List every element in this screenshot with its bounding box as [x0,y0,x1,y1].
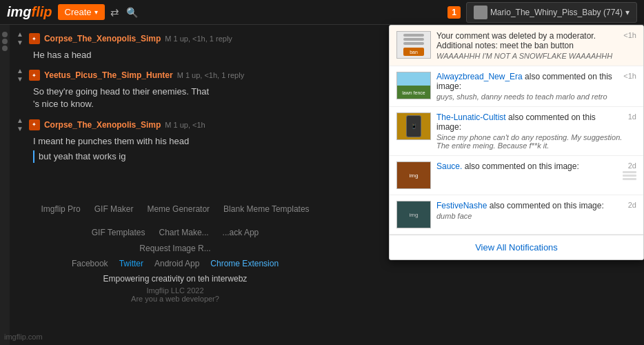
username-label: Mario_The_Whiny_Piss_Baby (774) [490,8,623,17]
notification-content: Your comment was deleted by a moderator.… [436,31,618,60]
comment-username[interactable]: Yeetus_Picus_The_Simp_Hunter [44,70,173,80]
notification-thumb-deleted: ban [396,31,431,59]
notification-subtext: guys, shush, danny needs to teach marlo … [436,92,618,101]
notification-user-action: FestiveNashe also commented on this imag… [436,201,623,210]
user-dropdown-arrow: ▾ [625,8,630,17]
blank-meme-templates-link[interactable]: Blank Meme Templates [223,204,310,214]
footer-social: Facebook Twitter Android App Chrome Exte… [17,259,334,268]
footer-section: Imgflip Pro GIF Maker Meme Generator Bla… [17,204,334,303]
app-link[interactable]: ...ack App [223,228,259,237]
notification-username[interactable]: Sauce. [436,161,462,171]
notification-content: Sauce. also commented on this image: [436,161,617,172]
facebook-link[interactable]: Facebook [72,259,108,268]
notification-thumb-sauce: img [396,161,431,189]
shuffle-icon[interactable]: ⇄ [110,6,119,19]
logo[interactable]: imgflip [7,4,52,20]
notification-item-deleted[interactable]: ban Your comment was deleted by a modera… [390,26,643,66]
chart-maker-link[interactable]: Chart Make... [159,228,209,237]
comment-block: ▲ ▼ ✦ Corpse_The_Xenopolis_Simp M 1 up, … [17,117,334,163]
create-label: Create [65,7,92,17]
notification-action: also commented on this image: [490,201,604,210]
vote-up-button[interactable]: ▲ [17,67,23,75]
vote-down-button[interactable]: ▼ [17,39,23,47]
notification-time: <1h [623,31,636,39]
user-icon: ✦ [29,33,40,44]
notification-item-festive[interactable]: img FestiveNashe also commented on this … [390,195,643,235]
search-icon[interactable]: 🔍 [126,7,138,18]
comment-text: So they're going head to their enemies. … [33,86,334,110]
footer-bottom: Empowering creativity on teh interwebz I… [17,274,334,303]
vote-arrows: ▲ ▼ [17,30,23,47]
twitter-link[interactable]: Twitter [119,259,143,268]
notification-username[interactable]: FestiveNashe [436,201,487,210]
vote-up-button[interactable]: ▲ [17,117,23,125]
notification-badge[interactable]: 1 [447,6,461,19]
main-area: ▲ ▼ ✦ Corpse_The_Xenopolis_Simp M 1 up, … [0,25,644,345]
imgflip-url: imgflip.com [10,333,43,341]
strip-dot [2,39,8,44]
footer-company: Imgflip LLC 2022 [17,286,334,295]
imgflip-pro-link[interactable]: Imgflip Pro [41,204,80,214]
header-icons: ⇄ 🔍 [110,6,138,19]
user-menu-button[interactable]: Mario_The_Whiny_Piss_Baby (774) ▾ [466,2,637,23]
strip-dot [2,32,8,37]
meme-generator-link[interactable]: Meme Generator [147,204,210,214]
comment-block: ▲ ▼ ✦ Yeetus_Picus_The_Simp_Hunter M 1 u… [17,67,334,110]
notification-content: The-Lunatic-Cultist also commented on th… [436,112,623,150]
vote-arrows: ▲ ▼ [17,117,23,133]
notification-thumb-phone: 📱 [396,112,431,140]
view-all-notifications-button[interactable]: View All Notifications [390,235,643,259]
vote-down-button[interactable]: ▼ [17,75,23,83]
notification-item-lunatic[interactable]: 📱 The-Lunatic-Cultist also commented on … [390,107,643,156]
notification-user-action: Alwayzbread_New_Era also commented on th… [436,72,618,91]
notification-thumb-festive: img [396,201,431,228]
comment-text: He has a head [33,49,334,61]
dropdown-arrow-icon: ▾ [94,8,98,16]
comment-reply-text: but yeah that works ig [33,150,334,163]
gif-templates-link[interactable]: GIF Templates [92,228,145,237]
avatar [474,6,487,19]
notification-subtext: dumb face [436,212,623,220]
create-button[interactable]: Create ▾ [58,4,105,20]
footer-links: Imgflip Pro GIF Maker Meme Generator Bla… [17,204,334,237]
comment-meta: M 1 up, <1h, 1 reply [165,34,232,43]
gif-maker-link[interactable]: GIF Maker [94,204,134,214]
android-app-link[interactable]: Android App [154,259,199,268]
notification-item-sauce[interactable]: img Sauce. also commented on this image:… [390,156,643,195]
notification-item-alwayzbread[interactable]: lawn fence Alwayzbread_New_Era also comm… [390,66,643,107]
comment-meta: M 1 up, <1h, 1 reply [177,71,245,79]
notification-user-action: Sauce. also commented on this image: [436,161,617,171]
notification-thumb-lawn: lawn fence [396,72,431,99]
notification-text: Your comment was deleted by a moderator.… [436,31,618,50]
notification-user-action: The-Lunatic-Cultist also commented on th… [436,112,623,132]
notification-subtext: WAAAAHHH I'M NOT A SNOWFLAKE WAAAAHHH [436,52,618,60]
request-image-link[interactable]: Request Image R... [17,243,334,253]
notification-time: 2d [628,161,636,170]
header-right: 1 Mario_The_Whiny_Piss_Baby (774) ▾ [447,2,637,23]
notification-time: 2d [628,201,636,209]
user-icon: ✦ [29,119,40,130]
comment-header: ▲ ▼ ✦ Yeetus_Picus_The_Simp_Hunter M 1 u… [17,67,334,83]
comment-text: I meant he punches them with his head [33,135,334,148]
notification-username[interactable]: Alwayzbread_New_Era [436,72,523,81]
notification-bars [623,171,636,180]
comment-username[interactable]: Corpse_The_Xenopolis_Simp [44,34,161,43]
notifications-dropdown: ban Your comment was deleted by a modera… [389,25,644,260]
chrome-extension-link[interactable]: Chrome Extension [210,259,279,268]
vote-arrows: ▲ ▼ [17,67,23,83]
footer-developer: Are you a web developer? [17,295,334,303]
left-strip [0,25,10,345]
user-icon: ✦ [29,70,40,81]
notification-subtext: Since my phone can't do any reposting. M… [436,133,623,150]
notification-username[interactable]: The-Lunatic-Cultist [436,112,506,122]
vote-down-button[interactable]: ▼ [17,125,23,133]
comments-area: ▲ ▼ ✦ Corpse_The_Xenopolis_Simp M 1 up, … [10,25,341,345]
strip-dot [2,46,8,51]
vote-up-button[interactable]: ▲ [17,30,23,39]
comment-header: ▲ ▼ ✦ Corpse_The_Xenopolis_Simp M 1 up, … [17,117,334,133]
comment-block: ▲ ▼ ✦ Corpse_The_Xenopolis_Simp M 1 up, … [17,30,334,61]
comment-meta: M 1 up, <1h [165,121,205,129]
comment-username[interactable]: Corpse_The_Xenopolis_Simp [44,120,161,130]
notification-content: Alwayzbread_New_Era also commented on th… [436,72,618,101]
notification-time: 1d [628,112,636,121]
